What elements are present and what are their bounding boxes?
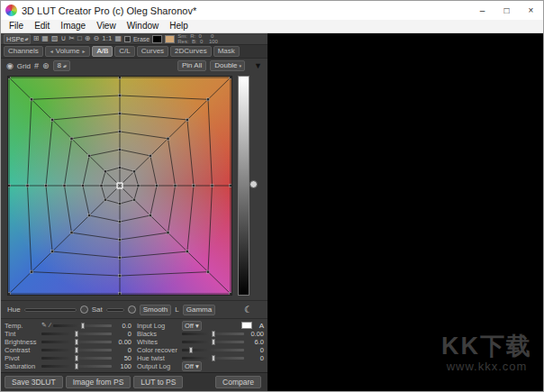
- menu-help[interactable]: Help: [164, 20, 194, 32]
- foreground-color-swatch[interactable]: [152, 35, 162, 43]
- grid-node[interactable]: [104, 170, 106, 173]
- grid-node[interactable]: [104, 198, 106, 201]
- whites-slider[interactable]: [182, 341, 244, 343]
- actual-size-icon[interactable]: 1:1: [102, 34, 112, 43]
- tab-mask[interactable]: Mask: [213, 46, 240, 57]
- hue-twist-slider[interactable]: [182, 357, 244, 360]
- grid-node[interactable]: [207, 98, 210, 101]
- move-icon[interactable]: ⊞: [33, 34, 40, 43]
- grid-large-icon[interactable]: ▨: [51, 34, 59, 43]
- grid-reset-icon[interactable]: ◉: [6, 61, 14, 70]
- luminance-gradient-bar[interactable]: [238, 76, 249, 296]
- slider-thumb[interactable]: [189, 347, 193, 353]
- grid-node[interactable]: [26, 185, 29, 187]
- grid-node[interactable]: [119, 149, 122, 151]
- grid-node[interactable]: [149, 214, 151, 217]
- smooth-dropdown[interactable]: Smooth: [140, 305, 172, 315]
- eyedropper-icon[interactable]: ✎: [41, 322, 47, 329]
- grid-small-icon[interactable]: ▦: [41, 34, 49, 43]
- grid-node[interactable]: [186, 118, 188, 121]
- save-3dlut-button[interactable]: Save 3DLUT: [5, 376, 63, 388]
- grid-node[interactable]: [51, 251, 54, 253]
- auto-button[interactable]: A: [255, 322, 264, 330]
- blacks-slider[interactable]: [182, 333, 244, 335]
- zoom-in-icon[interactable]: ⊕: [85, 34, 91, 43]
- sat-slider[interactable]: [106, 308, 124, 312]
- color-recover-slider[interactable]: [182, 349, 244, 351]
- grid-node[interactable]: [186, 251, 188, 253]
- grid-node[interactable]: [174, 185, 177, 187]
- grid-node[interactable]: [119, 221, 122, 223]
- pin-all-button[interactable]: Pin All: [177, 60, 206, 71]
- maximize-button[interactable]: □: [494, 1, 519, 20]
- slider-thumb[interactable]: [75, 331, 78, 337]
- grid-node[interactable]: [8, 77, 11, 78]
- hash-grid-icon[interactable]: #: [34, 61, 39, 70]
- grid-node[interactable]: [229, 185, 231, 187]
- tab-c-l[interactable]: C/L: [114, 46, 134, 57]
- sat-reset-button[interactable]: [128, 305, 136, 314]
- grid-node[interactable]: [63, 185, 66, 187]
- hue-reset-button[interactable]: [80, 305, 88, 314]
- grid-node[interactable]: [193, 185, 195, 187]
- grid-node[interactable]: [88, 154, 91, 157]
- menu-view[interactable]: View: [91, 20, 122, 32]
- grid-node[interactable]: [119, 239, 122, 242]
- grid-node[interactable]: [88, 214, 91, 217]
- close-button[interactable]: ×: [519, 1, 543, 20]
- grid-node[interactable]: [133, 198, 136, 201]
- saturation-slider[interactable]: [41, 365, 112, 368]
- grid-node[interactable]: [167, 137, 169, 140]
- grid-node[interactable]: [51, 118, 54, 121]
- slider-thumb[interactable]: [212, 331, 215, 337]
- compare-button[interactable]: Compare: [215, 376, 261, 388]
- grid-node[interactable]: [82, 185, 85, 187]
- grid-node[interactable]: [119, 275, 122, 278]
- magnet-icon[interactable]: ∪: [60, 34, 66, 43]
- tab-a-b[interactable]: A/B: [92, 46, 113, 57]
- grid-node[interactable]: [229, 293, 231, 295]
- marquee-icon[interactable]: □: [77, 34, 82, 43]
- grid-node[interactable]: [70, 137, 73, 140]
- minimize-button[interactable]: –: [470, 1, 494, 20]
- grid-toggle-icon[interactable]: ▦: [114, 34, 122, 43]
- next-arrow-icon[interactable]: ►: [81, 47, 86, 56]
- hue-slider[interactable]: [24, 308, 77, 312]
- grid-node[interactable]: [119, 293, 122, 295]
- tab-volume[interactable]: ◄Volume►: [45, 46, 91, 57]
- grid-node[interactable]: [30, 98, 32, 101]
- grid-node[interactable]: [156, 185, 159, 187]
- dropdown-triangle-icon[interactable]: ▼: [254, 61, 262, 70]
- grid-node[interactable]: [119, 257, 122, 260]
- tab-curves[interactable]: Curves: [137, 46, 168, 57]
- grid-node[interactable]: [167, 232, 169, 234]
- slider-thumb[interactable]: [212, 339, 215, 345]
- image-preview-area[interactable]: KK下载 www.kkx.com: [267, 33, 543, 391]
- ab-color-field[interactable]: [7, 76, 232, 296]
- contrast-slider[interactable]: [41, 349, 112, 351]
- grid-node[interactable]: [100, 185, 103, 187]
- menu-file[interactable]: File: [4, 20, 29, 32]
- menu-edit[interactable]: Edit: [29, 20, 55, 32]
- tab-2dcurves[interactable]: 2DCurves: [170, 46, 212, 57]
- slider-thumb[interactable]: [75, 347, 78, 353]
- output-log-dropdown[interactable]: Off ▾: [182, 361, 202, 371]
- tab-channels[interactable]: Channels: [4, 46, 43, 57]
- grid-node[interactable]: [119, 167, 122, 169]
- grid-node[interactable]: [149, 154, 151, 157]
- pivot-slider[interactable]: [41, 357, 112, 360]
- grid-points-stepper[interactable]: 8 ▴▾: [53, 60, 70, 71]
- grid-node[interactable]: [70, 232, 73, 234]
- slider-thumb[interactable]: [75, 355, 78, 361]
- input-log-color-swatch[interactable]: [241, 322, 252, 329]
- grid-node[interactable]: [119, 203, 122, 205]
- input-log-dropdown[interactable]: Off ▾: [182, 321, 202, 331]
- pen-icon[interactable]: ∕: [50, 322, 50, 329]
- grid-node[interactable]: [30, 270, 32, 273]
- grid-mode-dropdown[interactable]: Double ▾: [210, 60, 245, 71]
- grid-node[interactable]: [137, 185, 140, 187]
- grid-node[interactable]: [229, 77, 231, 78]
- gamma-dropdown[interactable]: Gamma: [183, 305, 215, 315]
- grid-node[interactable]: [119, 77, 122, 78]
- menu-window[interactable]: Window: [122, 20, 165, 32]
